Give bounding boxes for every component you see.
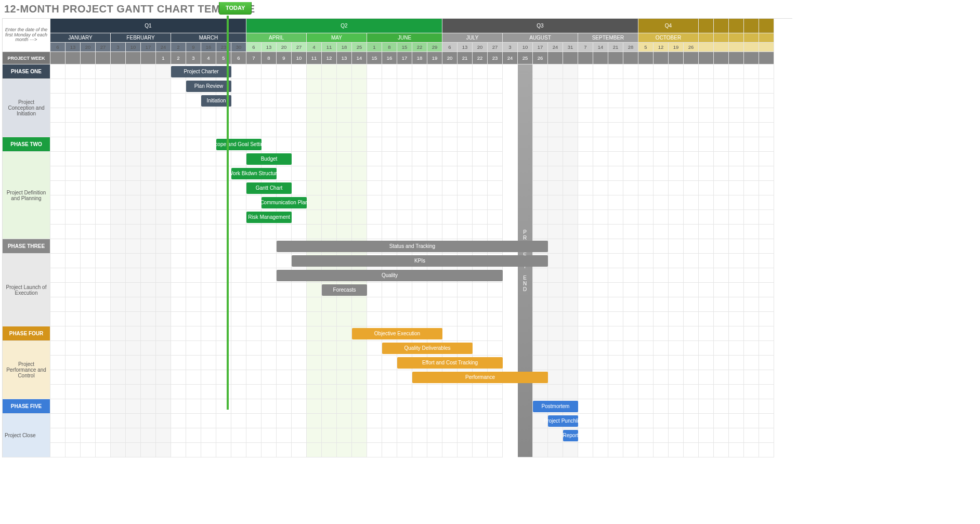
body-cell xyxy=(442,79,458,94)
date-cell: 10 xyxy=(518,43,533,52)
body-cell xyxy=(201,399,216,414)
body-cell xyxy=(156,152,171,166)
body-cell xyxy=(669,370,684,385)
task-kpis[interactable]: KPIs xyxy=(292,254,548,268)
body-cell xyxy=(352,166,367,181)
task-comm[interactable]: Communication Plan xyxy=(262,195,307,210)
body-cell xyxy=(548,94,563,108)
body-cell xyxy=(563,370,578,385)
body-cell xyxy=(186,399,201,414)
body-cell xyxy=(231,152,246,166)
task-status[interactable]: Status and Tracking xyxy=(277,239,548,254)
body-cell xyxy=(367,195,382,210)
body-cell xyxy=(684,443,699,457)
body-cell xyxy=(593,356,608,370)
body-cell xyxy=(111,356,126,370)
body-cell xyxy=(50,166,66,181)
body-cell xyxy=(171,399,186,414)
task-obj[interactable]: Objective Execution xyxy=(352,326,442,341)
body-cell xyxy=(654,268,669,283)
task-qd[interactable]: Quality Deliverables xyxy=(382,341,473,356)
body-cell xyxy=(337,152,352,166)
body-cell xyxy=(262,268,277,283)
body-cell xyxy=(66,225,81,239)
body-cell xyxy=(141,166,156,181)
body-cell xyxy=(292,108,307,123)
task-scope[interactable]: Scope and Goal Setting xyxy=(216,137,262,152)
body-cell xyxy=(714,239,729,254)
body-cell xyxy=(81,94,96,108)
body-cell xyxy=(322,443,337,457)
task-ect[interactable]: Effort and Cost Tracking xyxy=(397,356,503,370)
body-cell xyxy=(578,297,593,312)
task-project-charter[interactable]: Project Charter xyxy=(171,64,231,79)
body-cell xyxy=(201,225,216,239)
body-cell xyxy=(563,195,578,210)
body-cell xyxy=(81,254,96,268)
body-cell xyxy=(382,210,397,225)
task-forecasts[interactable]: Forecasts xyxy=(322,283,367,297)
body-cell xyxy=(759,341,774,356)
body-cell xyxy=(714,254,729,268)
body-cell xyxy=(412,443,427,457)
task-post[interactable]: Postmortem xyxy=(533,399,578,414)
quarter-pad xyxy=(759,19,774,33)
body-cell xyxy=(352,297,367,312)
month-pad xyxy=(714,33,729,43)
body-cell xyxy=(759,268,774,283)
body-cell xyxy=(473,297,488,312)
body-cell xyxy=(684,152,699,166)
body-cell xyxy=(638,428,654,443)
body-cell xyxy=(729,152,744,166)
body-cell xyxy=(623,94,638,108)
body-cell xyxy=(684,312,699,326)
date-cell: 24 xyxy=(548,43,563,52)
body-cell xyxy=(669,341,684,356)
body-cell xyxy=(277,94,292,108)
body-cell xyxy=(141,137,156,152)
body-cell xyxy=(623,414,638,428)
body-cell xyxy=(714,385,729,399)
body-cell xyxy=(654,399,669,414)
task-report[interactable]: Report xyxy=(563,428,578,443)
body-cell xyxy=(156,225,171,239)
body-cell xyxy=(367,108,382,123)
body-cell xyxy=(50,297,66,312)
task-punch[interactable]: Project Punchlist xyxy=(548,414,578,428)
body-cell xyxy=(111,94,126,108)
task-wbs[interactable]: Work Bkdwn Structure xyxy=(231,166,277,181)
body-cell xyxy=(382,443,397,457)
body-cell xyxy=(593,312,608,326)
body-cell xyxy=(382,123,397,137)
body-cell xyxy=(458,385,473,399)
date-cell: 6 xyxy=(442,43,458,52)
body-cell xyxy=(96,108,111,123)
body-cell xyxy=(578,326,593,341)
body-cell xyxy=(533,225,548,239)
task-gantt[interactable]: Gantt Chart xyxy=(246,181,292,195)
task-quality[interactable]: Quality xyxy=(277,268,503,283)
body-cell xyxy=(412,181,427,195)
body-cell xyxy=(699,79,714,94)
body-cell xyxy=(262,399,277,414)
body-cell xyxy=(277,312,292,326)
date-cell: 25 xyxy=(352,43,367,52)
month-pad xyxy=(729,33,744,43)
body-cell xyxy=(458,326,473,341)
task-perf[interactable]: Performance xyxy=(412,370,548,385)
body-cell xyxy=(488,428,503,443)
body-cell xyxy=(322,64,337,79)
body-cell xyxy=(729,123,744,137)
body-cell xyxy=(623,370,638,385)
body-cell xyxy=(141,326,156,341)
task-risk[interactable]: Risk Management xyxy=(246,210,292,225)
task-budget[interactable]: Budget xyxy=(246,152,292,166)
body-cell xyxy=(488,443,503,457)
body-cell xyxy=(367,152,382,166)
body-cell xyxy=(216,356,231,370)
body-cell xyxy=(141,428,156,443)
body-cell xyxy=(81,283,96,297)
body-cell xyxy=(397,414,412,428)
task-plan-review[interactable]: Plan Review xyxy=(186,79,231,94)
pw-pad xyxy=(744,52,759,64)
